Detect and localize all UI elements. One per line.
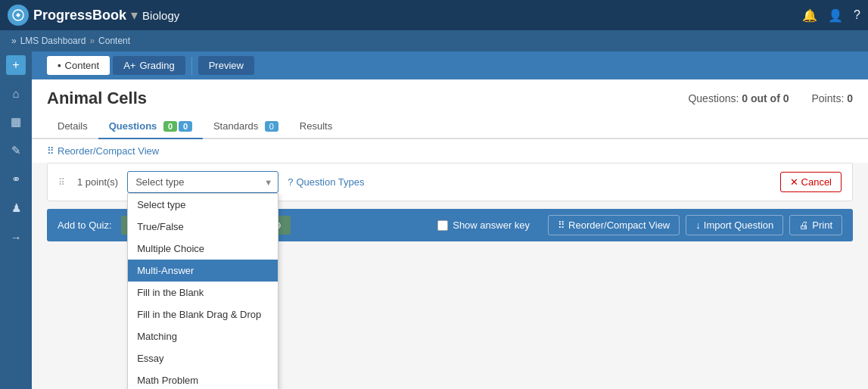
tab-details[interactable]: Details	[47, 114, 98, 139]
page-title: Animal Cells	[47, 89, 688, 108]
details-tab-label: Details	[58, 120, 88, 132]
edit-icon: ✎	[11, 144, 21, 157]
dropdown-item-label: Essay	[137, 353, 163, 364]
tab-standards[interactable]: Standards 0	[203, 114, 289, 139]
grading-icon: A+	[123, 60, 135, 71]
tab-divider	[191, 57, 192, 75]
sidebar-item-home[interactable]: ⌂	[0, 79, 32, 107]
content-top-bar: ▪ Content A+ Grading Preview	[32, 51, 868, 79]
print-button[interactable]: 🖨 Print	[789, 215, 842, 235]
dropdown-item-label: Fill in the Blank Drag & Drop	[137, 309, 261, 320]
questions-label: Questions:	[688, 92, 739, 104]
tab-content[interactable]: ▪ Content	[47, 56, 110, 75]
dropdown-item-multiple-choice[interactable]: Multiple Choice	[128, 238, 278, 260]
top-nav: ProgressBook ▾ Biology 🔔 👤 ?	[0, 0, 868, 30]
reorder-drag-icon: ⠿	[47, 145, 54, 157]
grid-icon: ▦	[11, 115, 21, 129]
nav-divider: ▾	[131, 7, 138, 23]
page-header: Animal Cells Questions: 0 out of 0 Point…	[32, 79, 868, 114]
main-layout: + ⌂ ▦ ✎ ⚭ ♟ → ▪ Content A+ Gra	[0, 51, 868, 389]
sidebar-item-arrow[interactable]: →	[0, 223, 32, 251]
tab-questions[interactable]: Questions 0 0	[98, 114, 203, 139]
reorder-icon: ⠿	[558, 219, 565, 231]
link-icon: ⚭	[11, 173, 21, 186]
tab-grading[interactable]: A+ Grading	[113, 56, 185, 75]
dropdown-item-select-type[interactable]: Select type	[128, 194, 278, 216]
drag-handle-icon: ⠿	[58, 177, 65, 188]
questions-badge-group: 0 0	[163, 121, 192, 132]
reorder-link[interactable]: ⠿ Reorder/Compact View	[47, 145, 853, 157]
sidebar: + ⌂ ▦ ✎ ⚭ ♟ →	[0, 51, 32, 389]
home-icon: ⌂	[12, 87, 19, 100]
user-icon[interactable]: 👤	[828, 8, 843, 23]
tab-results[interactable]: Results	[289, 114, 343, 139]
tab-preview[interactable]: Preview	[198, 56, 254, 75]
dropdown-item-multi-answer[interactable]: Multi-Answer	[128, 260, 278, 282]
standards-badge: 0	[265, 121, 278, 132]
dropdown-item-matching[interactable]: Matching	[128, 325, 278, 347]
help-icon[interactable]: ?	[854, 8, 860, 22]
results-tab-label: Results	[300, 120, 332, 132]
dropdown-item-label: Select type	[137, 199, 185, 210]
dropdown-item-true-false[interactable]: True/False	[128, 216, 278, 238]
grading-tab-label: Grading	[139, 60, 174, 71]
questions-badge2: 0	[179, 121, 192, 132]
breadcrumb-lms[interactable]: LMS Dashboard	[20, 36, 86, 46]
content-area: ▪ Content A+ Grading Preview Animal Cell…	[32, 51, 868, 389]
add-to-quiz-label: Add to Quiz:	[58, 219, 112, 231]
content-tab-label: Content	[65, 60, 100, 71]
question-types-link[interactable]: ? Question Types	[288, 176, 364, 188]
show-answer-key-area: Show answer key	[437, 219, 530, 231]
dropdown-item-label: Multiple Choice	[137, 243, 204, 254]
dropdown-item-label: True/False	[137, 221, 184, 232]
sidebar-add-btn[interactable]: +	[6, 55, 26, 75]
reorder-label: Reorder/Compact View	[58, 145, 159, 157]
dropdown-item-essay[interactable]: Essay	[128, 347, 278, 369]
cancel-label: Cancel	[801, 176, 832, 188]
dropdown-item-fill-blank[interactable]: Fill in the Blank	[128, 282, 278, 303]
question-mark-icon: ?	[288, 176, 293, 188]
preview-tab-label: Preview	[209, 60, 244, 71]
dropdown-item-label: Multi-Answer	[137, 265, 194, 276]
cancel-button[interactable]: ✕ Cancel	[780, 172, 842, 192]
print-label: Print	[812, 219, 832, 231]
dropdown-item-math-problem[interactable]: Math Problem	[128, 369, 278, 389]
question-types-label: Question Types	[296, 176, 364, 188]
breadcrumb: » LMS Dashboard » Content	[0, 30, 868, 51]
course-selector[interactable]: Biology	[142, 9, 179, 22]
breadcrumb-sep: »	[89, 36, 95, 46]
bell-icon[interactable]: 🔔	[802, 8, 817, 23]
bottom-right-buttons: ⠿ Reorder/Compact View ↓ Import Question…	[548, 215, 842, 235]
print-icon: 🖨	[799, 219, 809, 231]
app-logo: ProgressBook	[8, 5, 126, 26]
questions-stat: Questions: 0 out of 0	[688, 92, 789, 104]
reorder-link-area: ⠿ Reorder/Compact View	[32, 139, 868, 163]
sidebar-item-link[interactable]: ⚭	[0, 166, 32, 193]
show-answer-key-checkbox[interactable]	[437, 220, 448, 231]
import-question-button[interactable]: ↓ Import Question	[686, 215, 783, 235]
top-nav-icons: 🔔 👤 ?	[802, 8, 860, 23]
tabs-row: Details Questions 0 0 Standards 0 Result…	[32, 114, 868, 139]
dropdown-item-fill-blank-drag[interactable]: Fill in the Blank Drag & Drop	[128, 303, 278, 325]
import-icon: ↓	[695, 219, 701, 231]
dropdown-item-label: Fill in the Blank	[137, 287, 204, 298]
breadcrumb-current: Content	[98, 36, 130, 46]
app-name: ProgressBook	[33, 8, 126, 23]
standards-tab-label: Standards	[213, 120, 258, 132]
arrow-icon: →	[11, 231, 22, 244]
select-type-wrapper: Select type ▼ Select type True/False Mul…	[127, 171, 278, 193]
sidebar-item-group[interactable]: ♟	[0, 194, 32, 222]
select-type-value: Select type	[135, 176, 184, 188]
points-label: Points:	[812, 92, 845, 104]
questions-tab-label: Questions	[109, 120, 157, 132]
reorder-btn-label: Reorder/Compact View	[568, 219, 670, 231]
select-type-dropdown[interactable]: Select type	[127, 171, 278, 193]
sidebar-item-edit[interactable]: ✎	[0, 137, 32, 164]
group-icon: ♟	[11, 201, 21, 215]
sidebar-item-grid[interactable]: ▦	[0, 108, 32, 135]
dropdown-item-label: Matching	[137, 331, 177, 342]
dropdown-item-label: Math Problem	[137, 375, 198, 386]
reorder-compact-button[interactable]: ⠿ Reorder/Compact View	[548, 215, 680, 235]
show-answer-key-label: Show answer key	[453, 219, 530, 231]
dropdown-menu: Select type True/False Multiple Choice M…	[127, 193, 278, 389]
